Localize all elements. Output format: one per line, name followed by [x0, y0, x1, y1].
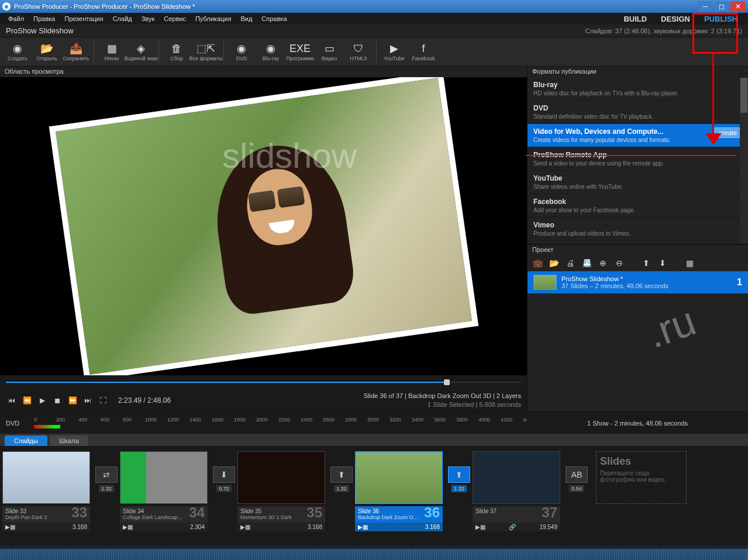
toolbar-all-button[interactable]: ⬚⇱Все форматы	[192, 39, 220, 65]
saveas-project-icon[interactable]: 📇	[581, 258, 592, 268]
audio-waveform[interactable]	[0, 546, 748, 560]
minimize-button[interactable]: ─	[698, 1, 713, 12]
toolbar-wmark-button[interactable]: ◈Водяной знак	[127, 39, 155, 65]
maximize-button[interactable]: ◻	[714, 1, 729, 12]
menu-presentation[interactable]: Презентация	[60, 14, 108, 23]
last-button[interactable]: ⏭	[82, 395, 94, 406]
slide-thumb[interactable]	[473, 451, 560, 504]
slide-card-35[interactable]: 35Slide 35Momentum 3D 1 Dark▶▦3.168	[237, 449, 328, 531]
toolbar-html5-button[interactable]: 🛡HTML5	[344, 39, 373, 65]
preview-canvas[interactable]: slidshow	[0, 77, 527, 375]
first-button[interactable]: ⏮	[6, 395, 18, 406]
close-button[interactable]: ✕	[730, 1, 746, 12]
format-desc: Produce and upload videos to Vimeo.	[533, 230, 742, 237]
transition-34[interactable]: ⬇0.72	[211, 466, 237, 492]
toolbar-collect-button[interactable]: 🗑Сбор	[163, 39, 191, 65]
collect-icon: 🗑	[170, 42, 184, 55]
chain-icon[interactable]: 🔗	[509, 524, 516, 530]
tab-scale[interactable]: Шкала	[50, 435, 88, 446]
toolbar-menu-button[interactable]: ▦Меню	[98, 39, 126, 65]
size-ruler[interactable]: 0200400600800100012001400160018002000220…	[28, 417, 527, 430]
menu-file[interactable]: Файл	[4, 14, 29, 23]
transition-35[interactable]: ⬆1.32	[328, 466, 355, 492]
tab-build[interactable]: BUILD	[616, 13, 654, 25]
toolbar-open-button[interactable]: 📂Открыть	[33, 39, 61, 65]
menu-view[interactable]: Вид	[236, 14, 257, 23]
toolbar-save-button[interactable]: 📤Сохранить	[62, 39, 90, 65]
drop-slot[interactable]: SlidesПеретащите сюда фотографию или вид…	[596, 451, 687, 504]
play-icon[interactable]: ▶▦	[240, 524, 250, 530]
slide-card-36[interactable]: 36Slide 36Backdrop Dark Zoom O...▶▦3.168	[355, 449, 446, 531]
format-item-3[interactable]: ProShow Remote AppSend a video to your d…	[528, 147, 748, 171]
slide-thumb[interactable]	[120, 451, 208, 504]
transition-icon[interactable]: ⇄	[95, 466, 118, 483]
transition-icon[interactable]: AB	[566, 466, 588, 483]
menu-sound[interactable]: Звук	[137, 14, 160, 23]
save-project-icon[interactable]: 🖨	[565, 258, 575, 268]
new-project-icon[interactable]: 💼	[532, 258, 543, 268]
menu-publish[interactable]: Публикация	[191, 14, 236, 23]
move-down-icon[interactable]: ⬇	[657, 258, 668, 268]
slide-info: 35Slide 35Momentum 3D 1 Dark	[237, 506, 325, 523]
toolbar-dvd-button[interactable]: ◉DVD	[227, 39, 256, 65]
create-button[interactable]: create	[712, 127, 743, 138]
slide-duration: 3.168	[308, 524, 322, 530]
forward-button[interactable]: ⏩	[67, 395, 78, 406]
play-icon[interactable]: ▶▦	[123, 524, 133, 530]
toolbar-video-button[interactable]: ▭Видео	[315, 39, 343, 65]
tab-slides[interactable]: Слайды	[5, 435, 47, 446]
toolbar-facebook-button[interactable]: fFacebook	[409, 39, 437, 65]
tab-publish[interactable]: PUBLISH	[697, 13, 744, 25]
menu-slide[interactable]: Слайд	[108, 14, 137, 23]
menu-help[interactable]: Справка	[257, 14, 291, 23]
menu-service[interactable]: Сервис	[159, 14, 191, 23]
play-icon[interactable]: ▶▦	[5, 524, 15, 530]
transition-duration: 1.32	[99, 485, 114, 492]
menu-edit[interactable]: Правка	[29, 14, 60, 23]
dvd-icon: ◉	[235, 42, 249, 55]
playback-seek[interactable]	[0, 375, 527, 389]
tab-design[interactable]: DESIGN	[654, 13, 697, 25]
play-icon[interactable]: ▶▦	[358, 524, 368, 530]
transition-36[interactable]: ⬆1.32	[446, 466, 473, 492]
play-icon[interactable]: ▶▦	[475, 524, 485, 530]
toolbar-create-button[interactable]: ◉Создать	[4, 39, 32, 65]
format-item-0[interactable]: Blu-rayHD video disc for playback on TVs…	[528, 77, 748, 101]
transition-icon[interactable]: ⬇	[213, 466, 235, 483]
format-item-2[interactable]: Video for Web, Devices and Compute...Cre…	[528, 124, 748, 147]
slide-meta: ▶▦3.168	[2, 523, 90, 531]
timeline[interactable]: 33Slide 33Depth Pan Dark 2▶▦3.168⇄1.3234…	[0, 447, 748, 546]
fullscreen-button[interactable]: ⛶	[97, 395, 109, 406]
toolbar-bluray-button[interactable]: ◉Blu-ray	[257, 39, 285, 65]
toolbar-youtube-button[interactable]: ▶YouTube	[380, 39, 408, 65]
toolbar-exe-button[interactable]: EXEПрограмма	[286, 39, 314, 65]
window-title: ProShow Producer - ProShow Producer - Pr…	[14, 3, 195, 10]
grid-icon[interactable]: ▦	[684, 258, 695, 268]
slide-card-33[interactable]: 33Slide 33Depth Pan Dark 2▶▦3.168	[2, 449, 93, 531]
transition-37[interactable]: AB0.54	[563, 466, 590, 492]
project-item[interactable]: ProShow Slideshow * 37 Slides – 2 minute…	[528, 271, 748, 293]
remove-icon[interactable]: ⊖	[614, 258, 625, 268]
slide-thumb[interactable]	[355, 451, 443, 504]
app-icon: ◉	[2, 2, 11, 11]
move-up-icon[interactable]: ⬆	[641, 258, 652, 268]
transition-33[interactable]: ⇄1.32	[93, 466, 120, 492]
transition-icon[interactable]: ⬆	[448, 466, 470, 483]
play-button[interactable]: ▶	[36, 395, 48, 406]
format-item-1[interactable]: DVDStandard definition video disc for TV…	[528, 101, 748, 124]
rewind-button[interactable]: ⏪	[21, 395, 33, 406]
open-project-icon[interactable]: 📂	[549, 258, 559, 268]
format-item-4[interactable]: YouTubeShare videos online with YouTube.	[528, 171, 748, 194]
formats-scrollbar[interactable]	[740, 77, 748, 244]
slide-card-34[interactable]: 34Slide 34Collage Dark Landscap...▶▦2.30…	[120, 449, 211, 531]
transition-icon[interactable]: ⬆	[330, 466, 353, 483]
stop-button[interactable]: ◼	[51, 395, 63, 406]
slide-card-37[interactable]: 37Slide 37▶▦🔗19.549	[473, 449, 563, 531]
format-item-6[interactable]: VimeoProduce and upload videos to Vimeo.	[528, 217, 748, 241]
video-icon: ▭	[322, 42, 336, 55]
slide-thumb[interactable]	[2, 451, 90, 504]
slide-thumb[interactable]	[237, 451, 325, 504]
ruler-tick: 3800	[456, 417, 468, 423]
format-item-5[interactable]: FacebookAdd your show to your Facebook p…	[528, 194, 748, 217]
add-icon[interactable]: ⊕	[598, 258, 608, 268]
